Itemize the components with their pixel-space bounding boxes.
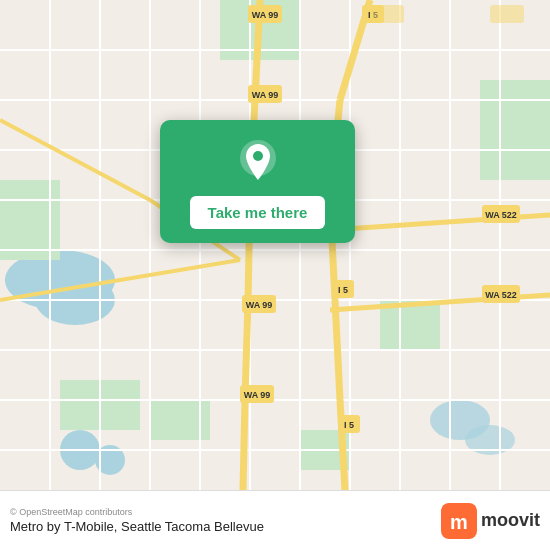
- svg-text:WA 522: WA 522: [485, 290, 517, 300]
- location-name: Metro by T-Mobile, Seattle Tacoma Bellev…: [10, 519, 264, 534]
- svg-line-36: [335, 300, 340, 400]
- action-card[interactable]: Take me there: [160, 120, 355, 243]
- moovit-logo[interactable]: m moovit: [441, 503, 540, 539]
- map-container: WA 99 WA 99 I 5 I 5 I 5 I 5 WA 99 WA 99 …: [0, 0, 550, 490]
- moovit-icon: m: [441, 503, 477, 539]
- svg-rect-69: [490, 5, 524, 23]
- moovit-text: moovit: [481, 510, 540, 531]
- svg-text:m: m: [450, 511, 468, 533]
- svg-text:WA 99: WA 99: [244, 390, 271, 400]
- bottom-info: © OpenStreetMap contributors Metro by T-…: [10, 507, 264, 534]
- take-me-there-button[interactable]: Take me there: [190, 196, 326, 229]
- svg-text:WA 522: WA 522: [485, 210, 517, 220]
- location-pin-icon: [234, 138, 282, 186]
- svg-text:WA 99: WA 99: [252, 90, 279, 100]
- svg-text:WA 99: WA 99: [252, 10, 279, 20]
- copyright-text: © OpenStreetMap contributors: [10, 507, 264, 517]
- bottom-bar: © OpenStreetMap contributors Metro by T-…: [0, 490, 550, 550]
- svg-text:I 5: I 5: [344, 420, 354, 430]
- svg-line-42: [243, 400, 245, 490]
- svg-text:I 5: I 5: [338, 285, 348, 295]
- svg-rect-8: [480, 80, 550, 180]
- svg-text:WA 99: WA 99: [246, 300, 273, 310]
- svg-rect-68: [370, 5, 404, 23]
- svg-point-71: [253, 151, 263, 161]
- svg-line-37: [340, 400, 345, 490]
